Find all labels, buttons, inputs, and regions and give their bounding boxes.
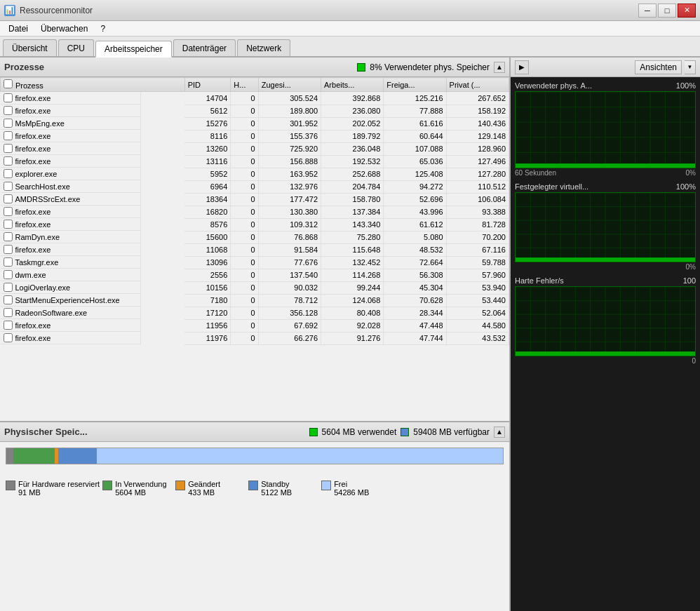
col-header-zugesi[interactable]: Zugesi... (258, 78, 321, 92)
table-row: LogiOverlay.exe 10156 0 90.032 99.244 45… (1, 281, 509, 294)
ansichten-button[interactable]: Ansichten (635, 60, 682, 74)
row-checkbox-7[interactable] (4, 182, 13, 191)
legend-label: Frei (334, 480, 369, 488)
col-header-freiga[interactable]: Freiga... (384, 78, 446, 92)
row-checkbox-11[interactable] (4, 232, 13, 241)
memory-segment (13, 448, 55, 464)
cell-freiga: 48.532 (384, 243, 446, 256)
row-checkbox-1[interactable] (4, 106, 13, 115)
memory-header: Physischer Speic... 5604 MB verwendet 59… (0, 422, 509, 442)
cell-name: firefox.exe (1, 319, 141, 332)
cell-h: 0 (231, 319, 258, 332)
row-checkbox-6[interactable] (4, 169, 13, 178)
cell-arbeits: 92.028 (321, 319, 384, 332)
cell-zugesi: 189.800 (258, 105, 321, 117)
cell-freiga: 5.080 (384, 231, 446, 243)
tab-ubersicht[interactable]: Übersicht (3, 39, 57, 56)
menu-help[interactable]: ? (95, 22, 111, 35)
minimize-button[interactable]: ─ (638, 4, 657, 18)
cell-pid: 8116 (184, 130, 231, 142)
col-header-arbeits[interactable]: Arbeits... (321, 78, 384, 92)
chart-bottom-2: 0 (515, 357, 696, 365)
cell-freiga: 70.628 (384, 294, 446, 307)
nav-back-button[interactable]: ▶ (515, 60, 529, 74)
cell-name: firefox.exe (1, 206, 141, 218)
tab-datentreager[interactable]: Datenträger (173, 39, 236, 56)
chart-bottom-left-0: 60 Sekunden (515, 169, 556, 177)
chart-label-0: Verwendeter phys. A... 100% (515, 81, 696, 90)
chart-title-1: Festgelegter virtuell... (515, 182, 588, 191)
cell-privat: 106.084 (446, 193, 509, 206)
tab-netzwerk[interactable]: Netzwerk (237, 39, 290, 56)
cell-h: 0 (231, 105, 258, 117)
row-checkbox-4[interactable] (4, 144, 13, 153)
cell-zugesi: 156.888 (258, 155, 321, 168)
cell-privat: 53.440 (446, 294, 509, 307)
maximize-button[interactable]: □ (658, 4, 676, 18)
cell-pid: 13260 (184, 142, 231, 155)
cell-h: 0 (231, 332, 258, 344)
row-checkbox-9[interactable] (4, 207, 13, 216)
cell-zugesi: 66.276 (258, 332, 321, 344)
cell-pid: 11976 (184, 332, 231, 344)
table-row: StartMenuExperienceHost.exe 7180 0 78.71… (1, 294, 509, 307)
tab-cpu[interactable]: CPU (58, 39, 94, 56)
process-table-scroll[interactable]: Prozess PID H... Zugesi... Arbeits... Fr… (0, 77, 509, 421)
row-checkbox-10[interactable] (4, 220, 13, 229)
legend-item: Für Hardware reserviert 91 MB (6, 480, 100, 497)
row-checkbox-0[interactable] (4, 93, 13, 102)
cell-h: 0 (231, 117, 258, 130)
cell-privat: 140.436 (446, 117, 509, 130)
cell-h: 0 (231, 142, 258, 155)
collapse-processes-button[interactable]: ▲ (494, 62, 505, 73)
row-checkbox-18[interactable] (4, 321, 13, 330)
legend-item: Standby 5122 MB (248, 480, 318, 497)
memory-info: 5604 MB verwendet 59408 MB verfügbar ▲ (309, 427, 505, 438)
ansichten-dropdown[interactable]: ▼ (685, 60, 696, 74)
row-checkbox-13[interactable] (4, 257, 13, 267)
chart-bottom-0: 60 Sekunden 0% (515, 169, 696, 177)
cell-freiga: 77.888 (384, 105, 446, 117)
cell-arbeits: 132.452 (321, 256, 384, 269)
chart-bottom-right-1: 0% (686, 263, 696, 271)
col-header-process[interactable]: Prozess (1, 78, 185, 92)
row-checkbox-17[interactable] (4, 308, 13, 317)
cell-arbeits: 236.080 (321, 105, 384, 117)
legend-value: 5122 MB (261, 488, 292, 497)
chart-grid-svg-1 (516, 193, 695, 262)
col-header-h[interactable]: H... (231, 78, 258, 92)
chart-section-1: Festgelegter virtuell... 100% 0% (511, 178, 700, 272)
menu-datei[interactable]: Datei (3, 22, 34, 35)
cell-arbeits: 137.384 (321, 206, 384, 218)
chart-container-1 (515, 192, 696, 262)
collapse-memory-button[interactable]: ▲ (494, 427, 505, 438)
menu-uberwachen[interactable]: Überwachen (35, 22, 93, 35)
cell-privat: 52.064 (446, 307, 509, 319)
row-checkbox-16[interactable] (4, 295, 13, 304)
chart-percent-1: 100% (676, 182, 696, 191)
row-checkbox-15[interactable] (4, 283, 13, 292)
row-checkbox-12[interactable] (4, 245, 13, 254)
chart-title-0: Verwendeter phys. A... (515, 81, 592, 90)
col-header-privat[interactable]: Privat (... (446, 78, 509, 92)
app-icon (4, 5, 15, 16)
row-checkbox-3[interactable] (4, 131, 13, 140)
row-checkbox-14[interactable] (4, 270, 13, 279)
cell-arbeits: 392.868 (321, 92, 384, 105)
row-checkbox-2[interactable] (4, 119, 13, 128)
cell-arbeits: 202.052 (321, 117, 384, 130)
select-all-checkbox[interactable] (4, 79, 13, 88)
cell-pid: 5952 (184, 168, 231, 180)
svg-rect-56 (516, 351, 695, 356)
legend-color (175, 481, 185, 490)
legend-color (248, 481, 258, 490)
row-checkbox-8[interactable] (4, 194, 13, 203)
col-header-pid[interactable]: PID (184, 78, 231, 92)
row-checkbox-19[interactable] (4, 333, 13, 342)
cell-name: AMDRSSrcExt.exe (1, 193, 141, 206)
tab-arbeitsspeicher[interactable]: Arbeitsspeicher (95, 41, 172, 58)
cell-name: firefox.exe (1, 332, 141, 344)
row-checkbox-5[interactable] (4, 156, 13, 166)
cell-arbeits: 99.244 (321, 281, 384, 294)
close-button[interactable]: ✕ (678, 4, 696, 18)
